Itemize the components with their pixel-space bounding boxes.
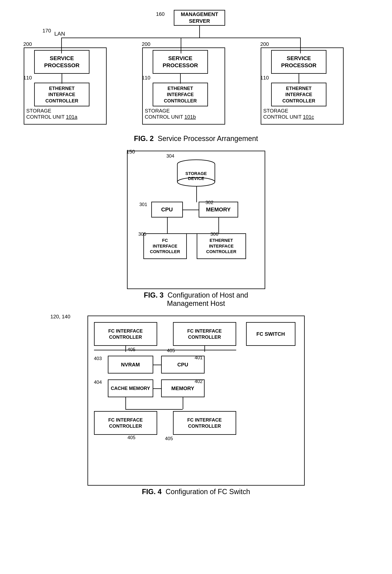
eic-label-3: ETHERNETINTERFACECONTROLLER — [282, 85, 315, 104]
fig2-diagram: 160 MANAGEMENTSERVER 170 LAN 200 SERVICE… — [12, 8, 380, 134]
eic-box-1: ETHERNETINTERFACECONTROLLER — [34, 83, 90, 106]
scu-outer-box-1: 200 SERVICEPROCESSOR 110 ETHERNETINTERFA… — [24, 47, 107, 124]
fig4-container: 120, 140 FC INTERFACECONTROLLER 405 FC I… — [12, 316, 380, 496]
nvram-label: NVRAM — [121, 362, 140, 368]
fc-label: FCINTERFACECONTROLLER — [150, 238, 180, 255]
cpu-box: CPU — [151, 202, 183, 218]
eic-label-2: ETHERNETINTERFACECONTROLLER — [164, 85, 197, 104]
eic-ref-2: 110 — [142, 75, 150, 81]
fig2-container: 160 MANAGEMENTSERVER 170 LAN 200 SERVICE… — [12, 8, 380, 143]
cpu-ref: 301 — [139, 202, 147, 207]
lan-label: LAN — [54, 31, 65, 37]
memory-label: MEMORY — [206, 206, 231, 213]
eth-label: ETHERNETINTERFACECONTROLLER — [206, 238, 236, 255]
line-ms-down — [199, 26, 200, 38]
management-server-ref: 160 — [156, 11, 165, 17]
line-tr-down — [205, 346, 205, 352]
fig3-diagram: 304 STORAGE DEVICE 301 CPU — [127, 151, 265, 289]
fig4-diagram-wrapper: 120, 140 FC INTERFACECONTROLLER 405 FC I… — [12, 316, 380, 486]
memory-box: MEMORY — [199, 202, 238, 218]
scu-outer-box-2: 200 SERVICEPROCESSOR 110 ETHERNETINTERFA… — [142, 47, 225, 124]
line-cpu-down — [167, 218, 168, 233]
line-cpu-mem — [183, 210, 199, 210]
fig3-diagram-wrapper: 150 304 STORAGE DEVICE 301 — [12, 151, 380, 289]
line-sp-eic-1 — [62, 74, 62, 84]
cache-label: CACHE MEMORY — [111, 385, 150, 391]
fc-bottom-right-box: FC INTERFACECONTROLLER — [173, 411, 236, 435]
fc-top-left-label: FC INTERFACECONTROLLER — [108, 328, 143, 340]
fc-bottom-ref1: 405 — [128, 435, 135, 440]
line-sp-eic-2 — [180, 74, 181, 84]
fig3-container: 150 304 STORAGE DEVICE 301 — [12, 151, 380, 308]
line-storage-cpu — [196, 186, 197, 202]
scu-label-3: STORAGECONTROL UNIT 101c — [263, 108, 314, 120]
fc-switch-box: FC SWITCH — [246, 322, 296, 346]
cache-box: CACHE MEMORY — [108, 379, 153, 397]
svg-text:DEVICE: DEVICE — [188, 176, 204, 181]
management-server-label: MANAGEMENTSERVER — [181, 11, 218, 24]
sp-box-2: SERVICEPROCESSOR — [153, 50, 208, 74]
fc-top-ref1: 405 — [128, 347, 135, 352]
scu-id-3: 101c — [303, 114, 314, 120]
scu-label-1: STORAGECONTROL UNIT 101a — [26, 108, 77, 120]
fig4-caption: FIG. 4 Configuration of FC Switch — [12, 488, 380, 496]
storage-ref: 304 — [167, 153, 174, 159]
line-nvram-down — [125, 397, 126, 409]
fc-bottom-left-box: FC INTERFACECONTROLLER — [94, 411, 157, 435]
storage-device-svg: STORAGE DEVICE — [176, 159, 216, 187]
fig4-outer-ref: 120, 140 — [50, 314, 70, 320]
fc-switch-label: FC SWITCH — [256, 331, 285, 337]
fig3-caption: FIG. 3 Configuration of Host andManageme… — [12, 291, 380, 308]
eic-box-3: ETHERNETINTERFACECONTROLLER — [271, 83, 326, 106]
fig2-caption: FIG. 2 Service Processor Arrangement — [12, 134, 380, 143]
line-cache-mem — [153, 388, 161, 389]
line-cpu-down-4 — [183, 397, 183, 409]
line-tl-down — [125, 346, 126, 352]
sp-ref-3: 200 — [260, 41, 269, 47]
eth-box: ETHERNETINTERFACECONTROLLER — [197, 233, 246, 259]
fc-bottom-right-label: FC INTERFACECONTROLLER — [187, 417, 222, 429]
fc-top-right-label: FC INTERFACECONTROLLER — [187, 328, 222, 340]
management-server-box: MANAGEMENTSERVER — [174, 10, 225, 26]
fc-box: FCINTERFACECONTROLLER — [143, 233, 187, 259]
svg-text:STORAGE: STORAGE — [185, 171, 206, 176]
storage-device-group: 304 STORAGE DEVICE — [176, 159, 216, 188]
cpu-box-4: CPU — [161, 356, 205, 373]
fig4-diagram: FC INTERFACECONTROLLER 405 FC INTERFACEC… — [88, 316, 305, 486]
line-mem-down — [218, 218, 219, 233]
line-bottom-h — [125, 409, 183, 410]
fc-bottom-ref2: 405 — [165, 436, 173, 441]
cpu-label: CPU — [161, 206, 173, 213]
sp-ref-2: 200 — [142, 41, 150, 47]
nvram-box: NVRAM — [108, 356, 153, 373]
sp-label-1: SERVICEPROCESSOR — [44, 55, 80, 69]
sp-ref-1: 200 — [23, 41, 32, 47]
scu-id-2: 101b — [185, 114, 196, 120]
sp-box-3: SERVICEPROCESSOR — [271, 50, 326, 74]
line-nvram-cpu — [153, 365, 161, 365]
eic-label-1: ETHERNETINTERFACECONTROLLER — [45, 85, 78, 104]
nvram-ref: 403 — [94, 356, 102, 361]
sp-box-1: SERVICEPROCESSOR — [34, 50, 90, 74]
fc-top-right-box: FC INTERFACECONTROLLER — [173, 322, 236, 346]
eic-box-2: ETHERNETINTERFACECONTROLLER — [153, 83, 208, 106]
eic-ref-1: 110 — [23, 75, 32, 81]
sp-label-2: SERVICEPROCESSOR — [163, 55, 198, 69]
memory-label-4: MEMORY — [171, 385, 194, 391]
scu-label-2: STORAGECONTROL UNIT 101b — [145, 108, 196, 120]
memory-box-4: MEMORY — [161, 379, 205, 397]
fc-bottom-left-label: FC INTERFACECONTROLLER — [108, 417, 143, 429]
fc-top-left-box: FC INTERFACECONTROLLER — [94, 322, 157, 346]
sp-label-3: SERVICEPROCESSOR — [281, 55, 317, 69]
scu-outer-box-3: 200 SERVICEPROCESSOR 110 ETHERNETINTERFA… — [261, 47, 344, 124]
cpu-label-4: CPU — [177, 362, 188, 368]
eic-ref-3: 110 — [260, 75, 269, 81]
line-sp-eic-3 — [299, 74, 299, 84]
lan-ref: 170 — [42, 28, 51, 34]
fc-top-ref2: 405 — [167, 348, 175, 353]
cache-ref: 404 — [94, 379, 102, 385]
line-top-h — [94, 350, 236, 350]
scu-id-1: 101a — [66, 114, 77, 120]
